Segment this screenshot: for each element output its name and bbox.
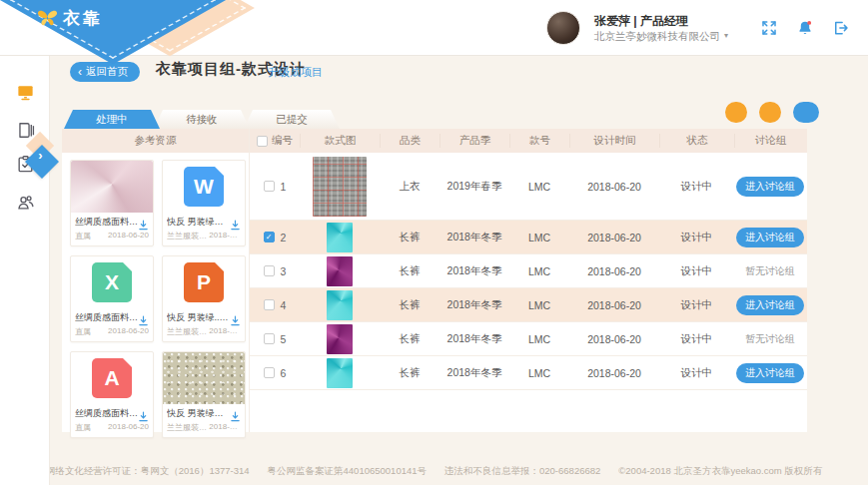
resource-card[interactable]: 快反 男装绿毛...JPG 兰兰服装设计... 2018-06-20 — [162, 351, 246, 438]
file-name: 快反 男装绿毛...JPG — [167, 407, 230, 420]
row-checkbox[interactable] — [264, 232, 275, 242]
cell-status: 设计中 — [659, 322, 734, 355]
column-header-label: 设计时间 — [594, 134, 636, 148]
nav-workspace-monitor-icon[interactable] — [9, 78, 41, 106]
tab-已提交[interactable]: 已提交 — [244, 110, 340, 129]
resource-cards: 丝绸质感面料.JPG 直属 2018-06-20 W 快反 男装绿毛...doc… — [62, 153, 249, 438]
resource-thumbnail: P — [163, 256, 245, 308]
back-home-button[interactable]: 返回首页 — [70, 62, 140, 82]
cell-season: 2018年冬季 — [439, 322, 509, 355]
table-row: 3 长裤 2018年冬季 LMC 2018-06-20 设计中 暂无讨论组 — [250, 254, 807, 288]
row-checkbox[interactable] — [264, 333, 275, 344]
download-icon[interactable] — [230, 408, 241, 419]
cell-style-no: LMC — [509, 356, 569, 389]
action-button[interactable] — [793, 102, 819, 123]
chevron-down-icon: ▾ — [724, 31, 728, 42]
row-checkbox[interactable] — [264, 265, 275, 276]
nav-team-users-icon[interactable] — [9, 188, 41, 216]
user-name: 张爱萍 | 产品经理 — [594, 13, 744, 29]
tab-label: 已提交 — [276, 113, 308, 127]
enter-discussion-button[interactable]: 进入讨论组 — [736, 363, 804, 383]
sidebar — [0, 0, 50, 485]
enter-discussion-button[interactable]: 进入讨论组 — [736, 177, 804, 197]
table-header-row: 编号款式图品类产品季款号设计时间状态讨论组 — [250, 129, 807, 153]
resource-card[interactable]: W 快反 男装绿毛...doc 兰兰服装设计... 2018-06-20 — [162, 160, 246, 246]
resource-thumbnail — [71, 161, 153, 213]
file-owner: 直属 — [75, 422, 91, 433]
tab-待接收[interactable]: 待接收 — [154, 110, 250, 129]
table-row: 4 长裤 2018年冬季 LMC 2018-06-20 设计中 进入讨论组 — [250, 288, 807, 322]
cell-category: 长裤 — [380, 221, 439, 253]
column-header-label: 品类 — [400, 134, 421, 148]
column-header-label: 编号 — [272, 134, 293, 148]
style-swatch-image[interactable] — [327, 324, 353, 354]
cell-style-no: LMC — [509, 153, 569, 220]
company-dropdown[interactable]: 北京兰亭妙微科技有限公司 ▾ — [594, 29, 744, 43]
cell-status: 设计中 — [659, 153, 734, 220]
styles-table: 编号款式图品类产品季款号设计时间状态讨论组 1 上衣 2019年春季 LMC 2… — [250, 129, 807, 432]
select-all-checkbox[interactable] — [257, 136, 268, 147]
download-icon[interactable] — [230, 217, 241, 228]
cell-category: 长裤 — [380, 322, 439, 355]
column-header-label: 款号 — [529, 134, 550, 148]
action-button[interactable] — [759, 102, 781, 123]
file-date: 2018-06-20 — [108, 422, 149, 433]
action-button[interactable] — [725, 102, 747, 123]
file-owner: 直属 — [75, 231, 91, 242]
row-number: 5 — [281, 333, 287, 345]
file-date: 2018-06-20 — [108, 326, 149, 337]
row-checkbox[interactable] — [264, 367, 275, 378]
avatar[interactable] — [546, 11, 580, 45]
download-icon[interactable] — [138, 217, 149, 228]
file-date: 2018-06-20 — [108, 231, 149, 242]
logout-icon[interactable] — [830, 17, 852, 39]
file-date: 2018-06-20 — [209, 326, 241, 337]
row-number: 6 — [281, 367, 287, 379]
upgrade-project-link[interactable]: 升级成项目 — [268, 65, 323, 80]
column-header-label: 讨论组 — [755, 134, 787, 148]
style-swatch-image[interactable] — [327, 290, 353, 320]
row-checkbox[interactable] — [264, 181, 275, 192]
no-discussion-label: 暂无讨论组 — [745, 332, 795, 346]
cell-style-no: LMC — [509, 221, 569, 253]
column-header-label: 状态 — [687, 134, 708, 148]
style-swatch-image[interactable] — [327, 358, 353, 388]
resource-card[interactable]: A 丝绸质感面料.PDF 直属 2018-06-20 — [70, 351, 154, 438]
cell-status: 设计中 — [659, 288, 734, 321]
resource-thumbnail: W — [163, 161, 245, 213]
style-swatch-image[interactable] — [313, 157, 367, 217]
cell-season: 2018年冬季 — [439, 356, 509, 389]
resource-card[interactable]: P 快反 男装绿...PPTX 兰兰服装设计... 2018-06-20 — [162, 255, 246, 342]
tab-label: 处理中 — [96, 113, 128, 127]
row-checkbox[interactable] — [264, 299, 275, 310]
cell-category: 上衣 — [380, 153, 439, 220]
style-swatch-image[interactable] — [327, 256, 353, 286]
download-icon[interactable] — [230, 312, 241, 323]
logo-text: 衣靠 — [63, 7, 103, 30]
table-row: 1 上衣 2019年春季 LMC 2018-06-20 设计中 进入讨论组 — [250, 153, 807, 221]
cell-design-date: 2018-06-20 — [569, 221, 659, 253]
user-info: 张爱萍 | 产品经理 北京兰亭妙微科技有限公司 ▾ — [594, 13, 744, 43]
download-icon[interactable] — [138, 408, 149, 419]
footer-segment: ©2004-2018 北京圣方衣靠yeekao.com 版权所有 — [618, 465, 822, 476]
bell-icon[interactable] — [794, 17, 816, 39]
column-header: 产品季 — [439, 134, 509, 148]
resource-card[interactable]: 丝绸质感面料.JPG 直属 2018-06-20 — [70, 160, 154, 246]
ppt-file-icon: P — [184, 262, 224, 302]
fullscreen-icon[interactable] — [758, 17, 780, 39]
cell-style-no: LMC — [509, 254, 569, 287]
download-icon[interactable] — [138, 312, 149, 323]
column-header: 品类 — [380, 134, 439, 148]
enter-discussion-button[interactable]: 进入讨论组 — [736, 228, 804, 247]
cell-design-date: 2018-06-20 — [569, 322, 659, 355]
file-name: 快反 男装绿毛...doc — [167, 216, 230, 229]
file-date: 2018-06-20 — [209, 422, 241, 433]
cell-design-date: 2018-06-20 — [569, 153, 659, 220]
tab-bar: 处理中待接收已提交 — [64, 110, 334, 129]
enter-discussion-button[interactable]: 进入讨论组 — [736, 295, 804, 315]
resource-thumbnail: A — [71, 352, 153, 404]
resource-card[interactable]: X 丝绸质感面料.xsl 直属 2018-06-20 — [70, 255, 154, 342]
row-number: 4 — [281, 299, 287, 311]
tab-处理中[interactable]: 处理中 — [64, 110, 160, 129]
style-swatch-image[interactable] — [327, 223, 353, 252]
